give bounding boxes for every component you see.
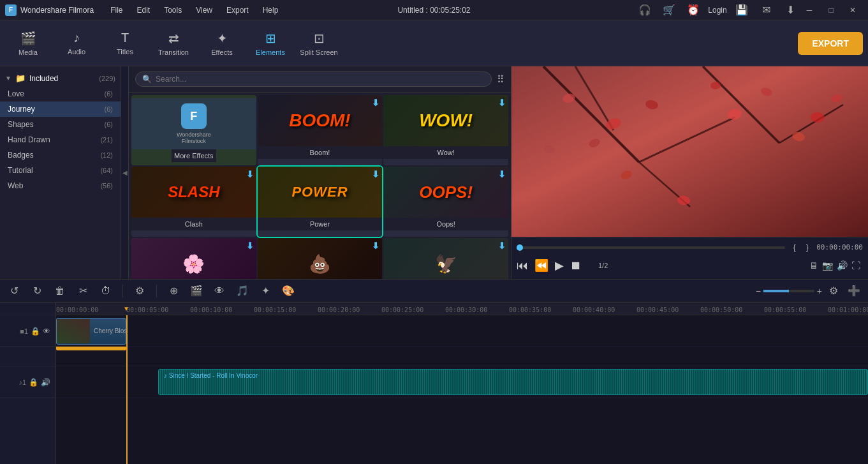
redo-button[interactable]: ↻ xyxy=(28,282,46,300)
zoom-fill xyxy=(763,290,789,292)
alarm-icon[interactable]: ⏰ xyxy=(684,1,702,19)
play-button[interactable]: ▶ xyxy=(555,258,564,273)
ruler-tick-12: 00:01:00:00 xyxy=(828,306,868,313)
toolbar-media[interactable]: 🎬 Media xyxy=(5,23,51,64)
save-icon[interactable]: 💾 xyxy=(733,1,751,19)
blank-track-label xyxy=(0,347,55,366)
toolbar-transition[interactable]: ⇄ Transition xyxy=(151,23,196,64)
menu-help[interactable]: Help xyxy=(256,4,285,16)
export-button[interactable]: EXPORT xyxy=(798,32,863,55)
effect-card-7[interactable]: 🌸 ⬇ xyxy=(131,238,256,279)
sidebar-item-shapes[interactable]: Shapes (6) xyxy=(0,117,121,132)
sidebar-item-hand-drawn[interactable]: Hand Drawn (21) xyxy=(0,132,121,147)
download-wow-icon: ⬇ xyxy=(498,98,506,108)
oops-card[interactable]: OOPS! ⬇ Oops! xyxy=(383,167,508,237)
grid-toggle-icon[interactable]: ⠿ xyxy=(497,73,504,86)
adjust-button[interactable]: ⚙ xyxy=(131,282,149,300)
toolbar-elements[interactable]: ⊞ Elements xyxy=(247,23,293,64)
effects-track-icon[interactable]: ✦ xyxy=(256,282,274,300)
download-icon[interactable]: ⬇ xyxy=(781,1,799,19)
color-track-icon[interactable]: 🎨 xyxy=(279,282,297,300)
filmstock-card[interactable]: F WondershareFilmstock More Effects xyxy=(131,95,256,165)
menu-export[interactable]: Export xyxy=(220,4,255,16)
add-track-icon[interactable]: ➕ xyxy=(845,282,863,300)
lock-icon[interactable]: 🔒 xyxy=(31,327,40,336)
sidebar-item-badges[interactable]: Badges (12) xyxy=(0,147,121,163)
progress-bar[interactable] xyxy=(517,246,785,249)
sidebar-item-tutorial[interactable]: Tutorial (64) xyxy=(0,163,121,178)
audio-mute-icon[interactable]: 🔊 xyxy=(41,378,50,387)
zoom-in-icon[interactable]: + xyxy=(817,286,822,296)
ruler-tick-1: 00:00:05:00 xyxy=(126,306,168,313)
clash-card[interactable]: SLASH ⬇ Clash xyxy=(131,167,256,237)
fullscreen-icon[interactable]: ⛶ xyxy=(851,260,860,271)
panel-included-header[interactable]: ▼ 📁 Included (229) xyxy=(0,70,121,86)
ruler-tick-2: 00:00:10:00 xyxy=(190,306,232,313)
timeline-settings-icon[interactable]: ⚙ xyxy=(825,282,842,300)
toolbar-effects[interactable]: ✦ Effects xyxy=(199,23,245,64)
boom-label: Boom! xyxy=(258,146,383,159)
clash-label: Clash xyxy=(131,218,256,230)
timeline-main: ■1 🔒 👁 ♪1 🔒 🔊 00:00:00:00 00:00 xyxy=(0,303,868,464)
toolbar-titles[interactable]: T Titles xyxy=(102,23,148,64)
power-card[interactable]: POWER ⬇ Power xyxy=(258,167,383,237)
end-timecode: 00:00:00:00 xyxy=(816,243,863,251)
camera-icon[interactable]: 📷 xyxy=(822,260,833,271)
audio-icon: ♪ xyxy=(73,31,80,45)
menu-tools[interactable]: Tools xyxy=(158,4,188,16)
effect-card-9[interactable]: 🦅 ⬇ xyxy=(383,238,508,279)
audio-lock-icon[interactable]: 🔒 xyxy=(29,378,38,387)
wow-card[interactable]: WOW! ⬇ Wow! xyxy=(383,95,508,165)
monitor-icon[interactable]: 🖥 xyxy=(809,260,818,271)
delete-button[interactable]: 🗑 xyxy=(51,282,69,300)
playback-controls: { } 00:00:00:00 ⏮ ⏪ ▶ ⏹ 1/2 🖥 📷 🔊 ⛶ xyxy=(511,237,868,279)
cart-icon[interactable]: 🛒 xyxy=(660,1,678,19)
preview-panel: { } 00:00:00:00 ⏮ ⏪ ▶ ⏹ 1/2 🖥 📷 🔊 ⛶ xyxy=(511,66,868,279)
search-input[interactable] xyxy=(156,75,485,84)
panel-collapse-button[interactable]: ◀ xyxy=(121,66,129,279)
sidebar-item-web[interactable]: Web (56) xyxy=(0,178,121,193)
menu-file[interactable]: File xyxy=(104,4,129,16)
mail-icon[interactable]: ✉ xyxy=(757,1,775,19)
window-controls: ─ □ ✕ xyxy=(799,0,863,20)
sidebar-item-journey[interactable]: Journey (6) xyxy=(0,101,121,117)
prev-frame-button[interactable]: ⏮ xyxy=(517,259,528,273)
video-clip[interactable]: Cherry Blossom xyxy=(56,318,126,345)
menu-view[interactable]: View xyxy=(189,4,219,16)
timeline-tracks: Cherry Blossom ♪ Since I Started - Roll … xyxy=(56,315,868,464)
step-back-button[interactable]: ⏪ xyxy=(534,258,548,273)
playhead[interactable] xyxy=(126,315,128,464)
clip-icon[interactable]: 🎬 xyxy=(188,282,205,300)
title-bar: F Wondershare Filmora File Edit Tools Vi… xyxy=(0,0,868,20)
zoom-out-icon[interactable]: − xyxy=(756,286,761,296)
scene-detect-icon[interactable]: ⊕ xyxy=(165,282,182,300)
audio-track: ♪ Since I Started - Roll In Vinocor xyxy=(56,366,868,398)
headphone-icon[interactable]: 🎧 xyxy=(636,1,654,19)
zoom-slider[interactable] xyxy=(763,290,814,292)
sidebar-item-love[interactable]: Love (6) xyxy=(0,86,121,101)
ruler-tick-9: 00:00:45:00 xyxy=(636,306,679,313)
menu-bar: File Edit Tools View Export Help xyxy=(104,4,636,16)
timeline-separator-2 xyxy=(156,285,157,297)
menu-edit[interactable]: Edit xyxy=(131,4,157,16)
timer-button[interactable]: ⏱ xyxy=(97,282,115,300)
close-button[interactable]: ✕ xyxy=(842,0,863,20)
cut-button[interactable]: ✂ xyxy=(74,282,92,300)
audio-clip[interactable]: ♪ Since I Started - Roll In Vinocor xyxy=(158,369,868,395)
stop-button[interactable]: ⏹ xyxy=(570,259,582,273)
motion-track-icon[interactable]: 👁 xyxy=(210,282,228,300)
audio-track-icon[interactable]: 🎵 xyxy=(233,282,251,300)
minimize-button[interactable]: ─ xyxy=(799,0,820,20)
volume-icon[interactable]: 🔊 xyxy=(837,260,848,271)
boom-card[interactable]: BOOM! ⬇ Boom! xyxy=(258,95,383,165)
undo-button[interactable]: ↺ xyxy=(5,282,23,300)
eye-icon[interactable]: 👁 xyxy=(43,327,50,336)
effect-card-8[interactable]: 💩 ⬇ xyxy=(258,238,383,279)
preview-background xyxy=(511,66,868,237)
playback-buttons: ⏮ ⏪ ▶ ⏹ 1/2 xyxy=(517,256,809,275)
toolbar-audio[interactable]: ♪ Audio xyxy=(54,23,99,64)
toolbar-split-screen[interactable]: ⊡ Split Screen xyxy=(296,23,342,64)
maximize-button[interactable]: □ xyxy=(821,0,841,20)
login-button[interactable]: Login xyxy=(709,1,726,19)
app-logo-icon: F xyxy=(5,4,17,16)
